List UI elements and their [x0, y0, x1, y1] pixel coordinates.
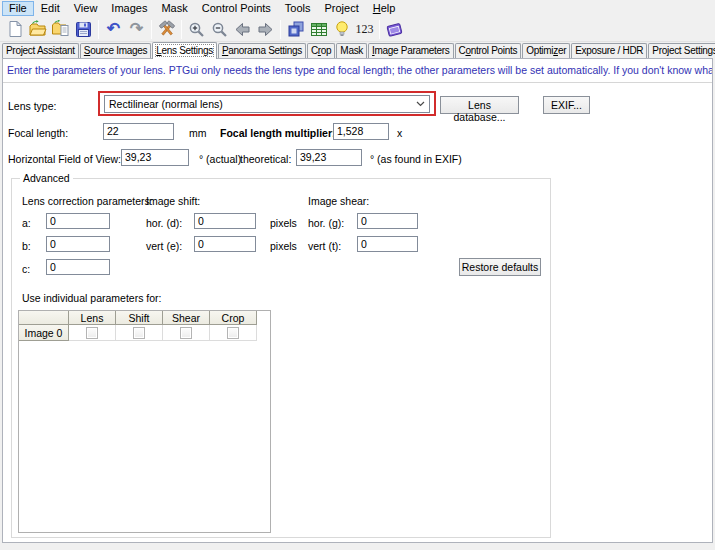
shift-vert-unit: pixels — [270, 240, 297, 252]
restore-defaults-button[interactable]: Restore defaults — [459, 258, 541, 276]
lens-type-select[interactable]: Rectilinear (normal lens) — [104, 95, 430, 113]
toolbar-separator — [151, 20, 152, 39]
shift-hor-unit: pixels — [270, 217, 297, 229]
individual-params-label: Use individual parameters for: — [22, 292, 161, 304]
tab-control-points[interactable]: Control Points — [455, 43, 522, 58]
tab-crop[interactable]: Crop — [307, 43, 335, 58]
param-b-input[interactable]: 0 — [46, 236, 110, 252]
cell-shear — [163, 325, 210, 341]
theoretical-label: theoretical: — [240, 153, 291, 165]
focal-length-input[interactable]: 22 — [103, 123, 174, 140]
help-button[interactable] — [383, 18, 406, 40]
tab-image-parameters[interactable]: Image Parameters — [368, 43, 453, 58]
tab-strip: Project Assistant Source Images Lens Set… — [0, 42, 715, 58]
save-floppy-icon — [75, 21, 92, 38]
tab-exposure-hdr[interactable]: Exposure / HDR — [571, 43, 647, 58]
chevron-down-icon — [416, 101, 425, 107]
toolbar-separator — [98, 20, 99, 39]
tab-mask[interactable]: Mask — [336, 43, 367, 58]
checkbox-crop-image0[interactable] — [227, 327, 239, 339]
previous-image-button[interactable] — [231, 18, 254, 40]
theoretical-suffix: ° (as found in EXIF) — [370, 153, 462, 165]
redo-button[interactable]: ↷ — [125, 18, 148, 40]
menu-images[interactable]: Images — [104, 1, 154, 16]
shear-vert-input[interactable]: 0 — [357, 236, 418, 252]
shift-hor-input[interactable]: 0 — [194, 213, 256, 229]
shear-hor-label: hor. (g): — [308, 217, 344, 229]
param-a-input[interactable]: 0 — [46, 213, 110, 229]
tab-lens-settings[interactable]: Lens Settings — [152, 42, 217, 59]
row-label-image0: Image 0 — [19, 325, 69, 341]
menu-file[interactable]: File — [2, 1, 34, 16]
param-b-label: b: — [22, 240, 31, 252]
toolbar: ↶ ↷ 123 — [0, 17, 715, 42]
toolbar-separator — [379, 20, 380, 39]
zoom-in-icon — [188, 21, 205, 38]
apply-template-button[interactable] — [49, 18, 72, 40]
multiplier-input[interactable]: 1,528 — [333, 123, 389, 140]
numbers-display-button[interactable]: 123 — [353, 18, 376, 40]
tab-optimizer[interactable]: Optimizer — [522, 43, 570, 58]
undo-button[interactable]: ↶ — [102, 18, 125, 40]
cell-shift — [116, 325, 163, 341]
param-c-label: c: — [22, 263, 30, 275]
menu-mask[interactable]: Mask — [154, 1, 194, 16]
tools-button[interactable] — [155, 18, 178, 40]
menu-control-points[interactable]: Control Points — [195, 1, 278, 16]
undo-icon: ↶ — [107, 21, 120, 37]
tab-project-settings[interactable]: Project Settings — [648, 43, 715, 58]
param-c-input[interactable]: 0 — [46, 259, 110, 275]
table-header-row: Lens Shift Shear Crop — [19, 311, 257, 325]
table-row-image0: Image 0 — [19, 325, 257, 341]
lens-correction-label: Lens correction parameters: — [22, 195, 153, 207]
zoom-out-button[interactable] — [208, 18, 231, 40]
table-header-shift: Shift — [116, 311, 163, 325]
toolbar-separator — [280, 20, 281, 39]
multiplier-unit: x — [397, 127, 402, 139]
param-a-label: a: — [22, 217, 31, 229]
image-shear-label: Image shear: — [308, 195, 369, 207]
menu-bar: File Edit View Images Mask Control Point… — [0, 0, 715, 17]
save-project-button[interactable] — [72, 18, 95, 40]
tab-panorama-settings[interactable]: Panorama Settings — [218, 43, 306, 58]
info-text: Enter the parameters of your lens. PTGui… — [3, 59, 712, 83]
table-header-lens: Lens — [69, 311, 116, 325]
lens-settings-panel: Enter the parameters of your lens. PTGui… — [2, 58, 713, 543]
checkbox-shift-image0[interactable] — [133, 327, 145, 339]
menu-view[interactable]: View — [67, 1, 105, 16]
hfov-label: Horizontal Field of View: — [8, 153, 121, 165]
layers-icon — [287, 20, 305, 38]
table-header-shear: Shear — [163, 311, 210, 325]
next-image-button[interactable] — [254, 18, 277, 40]
lens-database-button[interactable]: Lens database... — [440, 96, 519, 114]
new-project-button[interactable] — [3, 18, 26, 40]
open-project-button[interactable] — [26, 18, 49, 40]
arrow-right-icon — [257, 22, 274, 37]
lens-type-value: Rectilinear (normal lens) — [109, 98, 416, 110]
image-table-button[interactable] — [307, 18, 330, 40]
hammers-icon — [158, 20, 176, 38]
shear-hor-input[interactable]: 0 — [357, 213, 418, 229]
shift-vert-input[interactable]: 0 — [194, 236, 256, 252]
shear-vert-label: vert (t): — [308, 240, 341, 252]
source-images-button[interactable] — [284, 18, 307, 40]
tab-source-images[interactable]: Source Images — [80, 43, 151, 58]
menu-help[interactable]: Help — [366, 1, 403, 16]
checkbox-shear-image0[interactable] — [180, 327, 192, 339]
tab-project-assistant[interactable]: Project Assistant — [2, 43, 79, 58]
advanced-title: Advanced — [20, 172, 73, 184]
hfov-actual-suffix: ° (actual) — [199, 153, 241, 165]
cell-crop — [210, 325, 257, 341]
menu-project[interactable]: Project — [318, 1, 366, 16]
zoom-in-button[interactable] — [185, 18, 208, 40]
theoretical-input[interactable]: 39,23 — [296, 149, 362, 166]
individual-params-table: Lens Shift Shear Crop Image 0 — [19, 311, 257, 341]
menu-tools[interactable]: Tools — [278, 1, 318, 16]
hfov-input[interactable]: 39,23 — [121, 149, 189, 166]
redo-icon: ↷ — [130, 21, 143, 37]
detail-viewer-button[interactable] — [330, 18, 353, 40]
menu-edit[interactable]: Edit — [34, 1, 67, 16]
checkbox-lens-image0[interactable] — [86, 327, 98, 339]
shift-vert-label: vert (e): — [146, 240, 182, 252]
exif-button[interactable]: EXIF... — [543, 96, 590, 114]
